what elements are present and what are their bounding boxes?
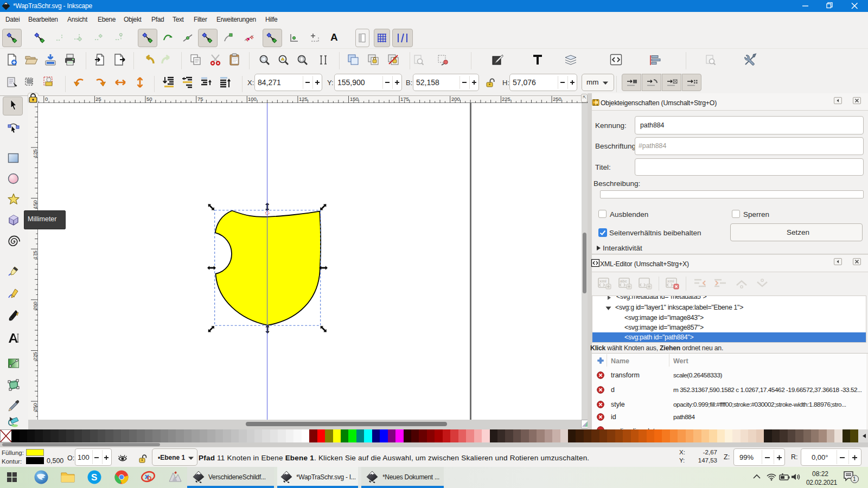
svg-text:250: 250: [32, 403, 38, 412]
svg-text:225: 225: [32, 352, 38, 361]
svg-text:200: 200: [32, 301, 38, 310]
svg-text:xml: xml: [599, 279, 607, 284]
svg-text:S: S: [91, 472, 97, 483]
svg-text:125: 125: [32, 149, 38, 158]
svg-text:xml: xml: [667, 279, 674, 284]
svg-text:175: 175: [32, 251, 38, 259]
svg-text:150: 150: [32, 200, 38, 209]
svg-text:abc: abc: [620, 279, 627, 284]
